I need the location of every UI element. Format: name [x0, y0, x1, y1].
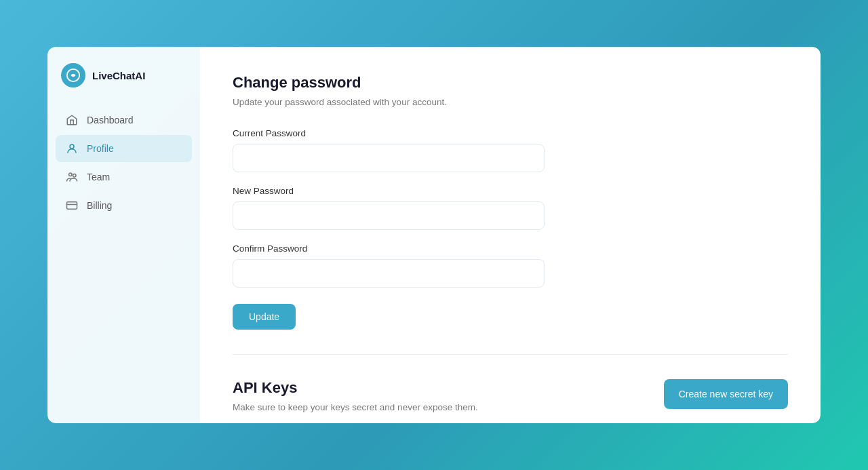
- new-password-group: New Password: [233, 186, 788, 230]
- api-keys-info: API Keys Make sure to keep your keys sec…: [233, 379, 664, 414]
- new-password-label: New Password: [233, 186, 788, 196]
- sidebar-item-dashboard[interactable]: Dashboard: [56, 106, 192, 134]
- team-icon: [65, 170, 79, 184]
- nav-items: Dashboard Profile: [47, 106, 200, 219]
- billing-icon: [65, 199, 79, 212]
- svg-rect-4: [67, 202, 77, 210]
- svg-point-2: [69, 173, 73, 176]
- api-keys-title: API Keys: [233, 379, 664, 397]
- sidebar-item-label-profile: Profile: [87, 143, 114, 154]
- sidebar-item-label-dashboard: Dashboard: [87, 115, 134, 125]
- main-content: Change password Update your password ass…: [200, 47, 821, 423]
- sidebar-item-profile[interactable]: Profile: [56, 135, 192, 162]
- logo-text: LiveChatAI: [92, 70, 145, 81]
- sidebar-item-label-billing: Billing: [87, 200, 112, 211]
- sidebar-item-label-team: Team: [87, 172, 110, 182]
- create-secret-key-button[interactable]: Create new secret key: [664, 379, 788, 409]
- sidebar: LiveChatAI Dashboard: [47, 47, 200, 423]
- api-keys-subtitle: Make sure to keep your keys secret and n…: [233, 401, 664, 414]
- current-password-label: Current Password: [233, 128, 788, 138]
- sidebar-item-billing[interactable]: Billing: [56, 192, 192, 219]
- svg-point-1: [70, 144, 74, 149]
- logo-icon: [61, 63, 85, 87]
- svg-point-3: [73, 174, 77, 178]
- change-password-title: Change password: [233, 74, 788, 92]
- confirm-password-group: Confirm Password: [233, 243, 788, 288]
- profile-icon: [65, 142, 79, 155]
- confirm-password-input[interactable]: [233, 259, 545, 288]
- new-password-input[interactable]: [233, 201, 545, 230]
- app-container: LiveChatAI Dashboard: [47, 47, 821, 423]
- current-password-input[interactable]: [233, 144, 545, 172]
- api-keys-section: API Keys Make sure to keep your keys sec…: [233, 379, 788, 414]
- change-password-section: Change password Update your password ass…: [233, 74, 788, 330]
- update-button[interactable]: Update: [233, 304, 296, 330]
- section-divider: [233, 354, 788, 355]
- sidebar-item-team[interactable]: Team: [56, 163, 192, 191]
- change-password-subtitle: Update your password associated with you…: [233, 96, 788, 109]
- home-icon: [65, 113, 79, 127]
- current-password-group: Current Password: [233, 128, 788, 172]
- confirm-password-label: Confirm Password: [233, 243, 788, 254]
- logo-area: LiveChatAI: [47, 63, 200, 106]
